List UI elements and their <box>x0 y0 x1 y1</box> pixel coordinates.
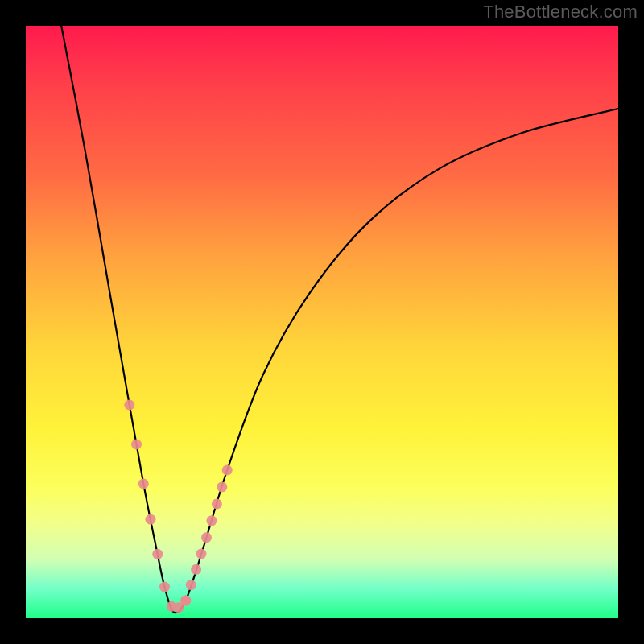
highlight-dot <box>159 582 170 592</box>
highlight-dot <box>217 481 227 492</box>
highlight-dot <box>146 514 156 525</box>
highlight-dot <box>222 465 233 476</box>
highlight-dot <box>124 400 134 411</box>
highlight-dot <box>131 440 142 450</box>
chart-frame: TheBottleneck.com <box>0 0 644 644</box>
highlight-dot <box>201 532 212 543</box>
bottleneck-curve-path <box>61 26 618 613</box>
highlight-dot <box>138 478 149 489</box>
highlight-dot <box>196 549 207 559</box>
highlight-dot <box>212 498 222 509</box>
highlight-dot <box>186 580 196 590</box>
highlight-dot <box>152 549 163 559</box>
watermark-text: TheBottleneck.com <box>483 2 638 23</box>
curve-svg <box>26 26 618 618</box>
highlight-dot <box>206 515 217 526</box>
highlight-dot <box>180 595 191 605</box>
highlight-dot <box>191 564 201 575</box>
plot-area <box>26 26 618 618</box>
highlight-dots <box>124 400 232 613</box>
